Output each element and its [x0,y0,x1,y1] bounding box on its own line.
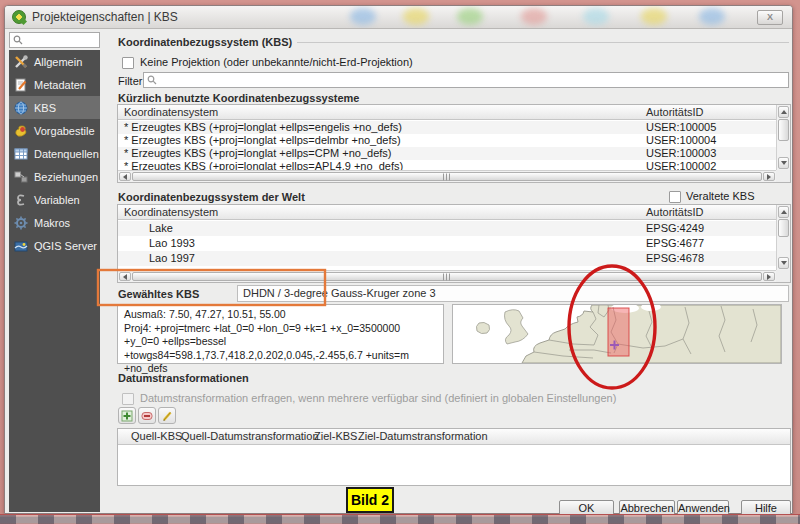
ask-datum-transform-label: Datumstransformation erfragen, wenn mehr… [140,392,616,404]
sidebar-item-label: Allgemein [34,56,82,68]
window-title: Projekteigenschaften | KBS [32,6,178,29]
crs-proj4-line1: Proj4: +proj=tmerc +lat_0=0 +lon_0=9 +k=… [124,322,437,349]
no-projection-checkbox[interactable] [122,57,134,69]
horizontal-scrollbar[interactable] [118,170,776,182]
sidebar-item-metadaten[interactable]: Metadaten [9,73,100,96]
vertical-scrollbar[interactable] [776,105,790,170]
column-header-quell-datumstransformation: Quell-Datumstransformation [181,430,319,443]
close-icon[interactable]: X [757,10,783,25]
sidebar-item-label: Datenquellen [34,148,99,160]
glass-blur-decoration [641,8,667,25]
table-row[interactable]: Lake EPSG:4249 [118,221,776,236]
recent-crs-title: Kürzlich benutzte Koordinatenbezugssyste… [118,92,359,104]
add-transform-button[interactable] [118,407,136,424]
vertical-scrollbar[interactable] [776,205,790,270]
selected-crs-label: Gewähltes KBS [118,288,199,300]
blocks-icon [13,169,29,185]
sidebar-item-label: Vorgabestile [34,125,95,137]
horizontal-scrollbar[interactable] [118,270,776,282]
sidebar-search-input[interactable] [9,32,100,48]
crs-settings-panel: Koordinatenbezugssystem (KBS) Keine Proj… [102,34,794,509]
plus-icon [121,410,133,422]
scrollbar-corner [776,170,790,182]
crs-extent: Ausmaß: 7.50, 47.27, 10.51, 55.00 [124,308,437,322]
gear-icon [13,215,29,231]
column-header-ziel-datumstransformation: Ziel-Datumstransformation [358,430,488,443]
sidebar-item-label: Metadaten [34,79,86,91]
datum-transforms-title: Datumstransformationen [118,372,249,384]
title-bar: Projekteigenschaften | KBS X [5,6,792,29]
datum-transforms-table-header: Quell-KBS Quell-Datumstransformation Zie… [118,429,790,445]
column-header-autoritaetsid[interactable]: AutoritätsID [646,106,703,119]
remove-transform-button[interactable] [138,407,156,424]
europe-map [453,305,781,363]
search-icon [13,35,23,45]
scroll-up-icon[interactable] [778,206,789,218]
server-map-icon [13,238,29,254]
epsilon-icon [13,192,29,208]
sidebar-item-qgis-server[interactable]: QGIS Server [9,234,100,257]
sidebar-item-beziehungen[interactable]: Beziehungen [9,165,100,188]
scroll-left-icon[interactable] [119,172,131,181]
scrollbar-thumb[interactable] [778,219,789,237]
crs-map-preview [452,304,782,364]
pencil-icon [161,410,173,422]
sidebar-item-label: KBS [34,102,56,114]
column-header-koordinatensystem[interactable]: Koordinatensystem [124,206,218,219]
sidebar-item-allgemein[interactable]: Allgemein [9,50,100,73]
table-row[interactable]: * Erzeugtes KBS (+proj=longlat +ellps=en… [118,121,776,134]
document-pencil-icon [13,77,29,93]
sidebar-item-label: QGIS Server [34,240,97,252]
column-header-ziel-kbs: Ziel-KBS [314,430,357,443]
edit-transform-button[interactable] [158,407,176,424]
qgis-logo-icon [12,10,26,24]
crs-details-box: Ausmaß: 7.50, 47.27, 10.51, 55.00 Proj4:… [117,304,444,364]
glass-blur-decoration [583,8,609,25]
scrollbar-thumb[interactable] [132,272,762,281]
table-row[interactable]: * Erzeugtes KBS (+proj=longlat +ellps=CP… [118,147,776,160]
table-row[interactable]: Lao 1993 EPSG:4677 [118,236,776,251]
world-crs-table: Koordinatensystem AutoritätsID Lake EPSG… [117,204,791,283]
no-projection-label: Keine Projektion (oder unbekannte/nicht-… [140,56,413,68]
sidebar-item-kbs[interactable]: KBS [9,96,100,119]
datum-transforms-table: Quell-KBS Quell-Datumstransformation Zie… [117,428,791,486]
group-title-line [297,42,789,43]
background-statusbar [0,514,800,524]
scroll-right-icon[interactable] [763,272,775,281]
sidebar-item-vorgabestile[interactable]: Vorgabestile [9,119,100,142]
table-row[interactable]: Lao 1997 EPSG:4678 [118,251,776,266]
paint-icon [13,123,29,139]
glass-blur-decoration [350,8,376,25]
table-row[interactable]: * Erzeugtes KBS (+proj=longlat +ellps=de… [118,134,776,147]
minus-icon [141,410,153,422]
selected-crs-value: DHDN / 3-degree Gauss-Kruger zone 3 [237,285,789,302]
glass-blur-decoration [699,8,725,25]
glass-blur-decoration [403,8,429,25]
recent-crs-table-header[interactable]: Koordinatensystem AutoritätsID [118,105,790,120]
scroll-up-icon[interactable] [778,106,789,118]
project-properties-dialog: Projekteigenschaften | KBS X Allgemein M… [4,5,793,514]
scrollbar-thumb[interactable] [778,119,789,141]
scrollbar-corner [776,270,790,282]
hide-deprecated-checkbox[interactable] [669,191,681,203]
scroll-down-icon[interactable] [778,157,789,169]
ask-datum-transform-checkbox[interactable] [122,393,134,405]
sidebar-item-makros[interactable]: Makros [9,211,100,234]
search-icon [147,75,157,85]
scrollbar-thumb[interactable] [132,172,762,181]
world-crs-table-header[interactable]: Koordinatensystem AutoritätsID [118,205,790,220]
sidebar-item-datenquellen[interactable]: Datenquellen [9,142,100,165]
column-header-autoritaetsid[interactable]: AutoritätsID [646,206,703,219]
column-header-koordinatensystem[interactable]: Koordinatensystem [124,106,218,119]
group-title: Koordinatenbezugssystem (KBS) [118,36,292,48]
scroll-left-icon[interactable] [119,272,131,281]
column-header-quell-kbs: Quell-KBS [131,430,182,443]
tools-icon [13,54,29,70]
filter-input[interactable] [143,72,789,88]
settings-sidebar: Allgemein Metadaten KBS Vorgabestile Dat… [9,50,100,512]
sidebar-item-variablen[interactable]: Variablen [9,188,100,211]
scroll-down-icon[interactable] [778,257,789,269]
scroll-right-icon[interactable] [763,172,775,181]
figure-label: Bild 2 [346,487,394,513]
world-crs-title: Koordinatenbezugssystem der Welt [118,191,305,203]
